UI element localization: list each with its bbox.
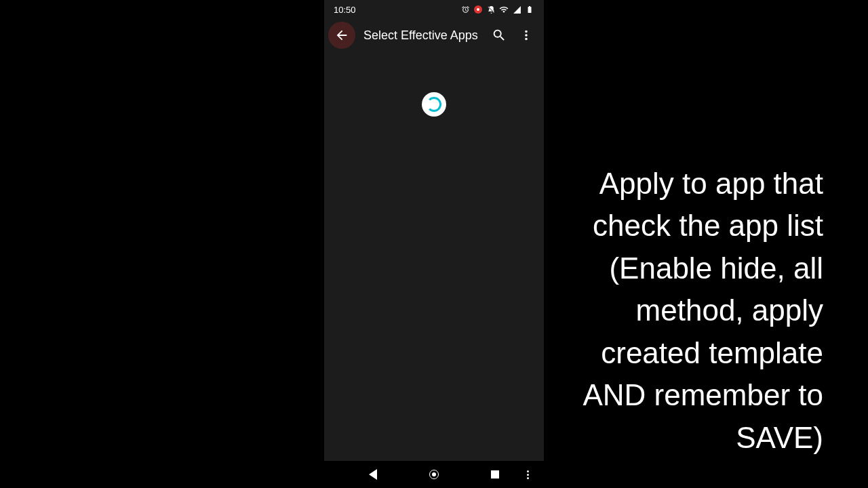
annotation-text: Apply to app that check the app list (En… (566, 163, 823, 459)
status-icons-group (460, 5, 534, 14)
record-icon (473, 5, 483, 14)
nav-home-button[interactable] (427, 468, 441, 481)
nav-recent-button[interactable] (488, 468, 502, 481)
status-time: 10:50 (334, 5, 356, 15)
dot-icon (527, 477, 529, 479)
page-title: Select Effective Apps (363, 28, 486, 43)
signal-icon (512, 5, 521, 14)
more-vert-icon (519, 28, 534, 43)
back-button[interactable] (328, 22, 355, 49)
alarm-icon (460, 5, 470, 14)
nav-back-icon (369, 469, 377, 480)
status-bar: 10:50 (324, 0, 544, 19)
app-content (324, 52, 544, 461)
nav-back-button[interactable] (366, 468, 380, 481)
dot-icon (527, 474, 529, 476)
arrow-back-icon (334, 28, 349, 43)
battery-icon (525, 5, 534, 14)
nav-home-icon (429, 470, 439, 479)
dot-icon (527, 470, 529, 472)
loading-spinner (422, 92, 446, 117)
app-bar: Select Effective Apps (324, 19, 544, 52)
nav-more-button[interactable] (527, 470, 529, 479)
dnd-icon (486, 5, 496, 14)
spinner-ring-icon (427, 97, 441, 112)
more-button[interactable] (513, 22, 540, 49)
search-icon (492, 28, 507, 43)
search-button[interactable] (486, 22, 513, 49)
nav-recent-icon (491, 470, 499, 479)
phone-frame: 10:50 Select Effective A (324, 0, 544, 488)
navigation-bar (324, 461, 544, 488)
wifi-icon (499, 5, 509, 14)
